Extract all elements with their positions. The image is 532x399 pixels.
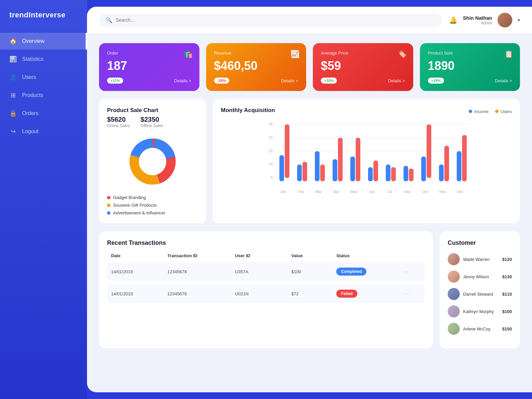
- svg-text:Jun: Jun: [369, 190, 375, 194]
- more-options-button[interactable]: ···: [404, 290, 421, 297]
- svg-text:Mar: Mar: [316, 190, 322, 194]
- customer-title: Customer: [448, 239, 512, 246]
- table-header: Date Transaction ID User ID Value Status: [107, 253, 425, 262]
- card-badge: -29%: [214, 78, 230, 84]
- svg-rect-26: [350, 157, 355, 181]
- row-transaction-id: 12345678: [167, 291, 235, 296]
- sidebar-item-orders[interactable]: 🔒 Orders: [0, 105, 87, 122]
- products-icon: ⊞: [9, 92, 17, 99]
- card-footer: +11% Details >: [107, 78, 191, 84]
- sidebar-item-logout[interactable]: ↪ Logout: [0, 123, 87, 140]
- svg-text:25: 25: [269, 122, 273, 126]
- svg-rect-24: [338, 138, 343, 181]
- stat-card-avg-price[interactable]: Average Price 🏷️ $59 +10% Details >: [313, 43, 413, 91]
- svg-text:5: 5: [271, 176, 273, 180]
- svg-rect-17: [297, 165, 302, 181]
- user-role: Admin: [463, 21, 492, 25]
- svg-rect-29: [368, 167, 373, 181]
- svg-rect-21: [320, 165, 325, 181]
- customer-name: Wade Warren: [463, 257, 499, 262]
- transactions-title: Recent Transactions: [107, 239, 425, 246]
- gadget-branding-label: Gadget Branding: [113, 195, 146, 200]
- online-sales-group: $5620 Online Sales: [107, 116, 130, 128]
- customer-avatar: [448, 288, 460, 300]
- logout-icon: ↪: [9, 128, 17, 135]
- customer-name: Arlene McCoy: [463, 326, 499, 331]
- customer-avatar: [448, 305, 460, 317]
- customer-row: Darrell Steward $110: [448, 288, 512, 300]
- app-logo: trendInterverse: [0, 11, 87, 33]
- online-sales-value: $5620: [107, 116, 130, 123]
- more-options-button[interactable]: ···: [404, 268, 421, 275]
- customer-avatar: [448, 253, 460, 265]
- monthly-acquisition-card: Monthly Acquisition Income Users: [213, 99, 520, 223]
- col-value: Value: [291, 253, 337, 258]
- svg-text:Dec: Dec: [457, 190, 464, 194]
- monthly-legend: Income Users: [469, 109, 512, 114]
- card-details[interactable]: Details >: [174, 78, 191, 83]
- sidebar-item-statistics[interactable]: 📊 Statistics: [0, 51, 87, 68]
- sidebar-nav: 🏠 Overview 📊 Statistics 👤 Users ⊞ Produc…: [0, 33, 87, 140]
- svg-rect-45: [462, 135, 467, 181]
- svg-rect-27: [356, 138, 360, 181]
- card-footer: +10% Details >: [321, 78, 405, 84]
- users-icon: 👤: [9, 74, 17, 81]
- user-name: Shin Nathan: [463, 15, 492, 21]
- souvenir-gift-label: Souvenir Gift Products: [113, 203, 157, 208]
- stat-card-revenue[interactable]: Revenue 📈 $460,50 -29% Details >: [206, 43, 306, 91]
- svg-rect-41: [439, 165, 444, 181]
- card-details[interactable]: Details >: [281, 78, 298, 83]
- customer-row: Arlene McCoy $150: [448, 323, 512, 335]
- card-value: 187: [107, 59, 191, 73]
- row-value: $72: [291, 291, 337, 296]
- legend-item: Gadget Branding: [107, 195, 198, 200]
- svg-rect-44: [457, 151, 461, 181]
- product-sold-icon: 📋: [504, 50, 513, 59]
- search-input[interactable]: [116, 17, 436, 23]
- header: 🔍 🔔 Shin Nathan Admin ▾: [87, 7, 532, 34]
- product-sale-chart-card: Product Sale Chart $5620 Online Sales $2…: [99, 99, 206, 223]
- chart-legend: Gadget Branding Souvenir Gift Products A…: [107, 195, 198, 215]
- sidebar-item-overview[interactable]: 🏠 Overview: [0, 33, 87, 49]
- svg-rect-20: [315, 151, 320, 181]
- notification-icon[interactable]: 🔔: [449, 16, 457, 24]
- statistics-icon: 📊: [9, 56, 17, 63]
- svg-rect-30: [373, 161, 378, 181]
- stat-card-product-sold[interactable]: Product Sold 📋 1890 +19% Details >: [420, 43, 520, 91]
- search-bar[interactable]: 🔍: [99, 14, 442, 27]
- chevron-down-icon[interactable]: ▾: [518, 17, 520, 23]
- bottom-row: Recent Transactions Date Transaction ID …: [99, 231, 520, 348]
- customer-amount: $100: [502, 309, 512, 314]
- income-label: Income: [474, 109, 489, 114]
- customer-avatar: [448, 271, 460, 283]
- customer-avatar: [448, 323, 460, 335]
- card-badge: +10%: [321, 78, 337, 84]
- col-status: Status: [336, 253, 404, 258]
- stat-cards: Order 🛍️ 187 +11% Details > Revenue 📈 $4…: [99, 43, 520, 91]
- svg-text:15: 15: [269, 149, 273, 153]
- col-actions: [404, 253, 421, 258]
- sidebar-item-products[interactable]: ⊞ Products: [0, 87, 87, 104]
- income-legend: Income: [469, 109, 489, 114]
- svg-rect-33: [391, 167, 396, 181]
- customer-amount: $120: [502, 257, 512, 262]
- card-details[interactable]: Details >: [495, 78, 512, 83]
- svg-text:Apr: Apr: [333, 190, 339, 194]
- stat-card-order[interactable]: Order 🛍️ 187 +11% Details >: [99, 43, 199, 91]
- header-right: 🔔 Shin Nathan Admin ▾: [449, 13, 520, 27]
- legend-item: Advertisement & Influencer: [107, 210, 198, 215]
- home-icon: 🏠: [9, 37, 17, 45]
- svg-rect-42: [444, 146, 449, 181]
- users-legend: Users: [495, 109, 512, 114]
- card-badge: +19%: [428, 78, 444, 84]
- card-details[interactable]: Details >: [388, 78, 405, 83]
- sidebar-item-users[interactable]: 👤 Users: [0, 69, 87, 86]
- avg-price-icon: 🏷️: [397, 50, 407, 59]
- customer-amount: $110: [502, 292, 512, 297]
- avatar[interactable]: [498, 13, 512, 27]
- sidebar-item-label: Orders: [22, 110, 38, 116]
- customer-name: Jenny Wilson: [463, 274, 499, 279]
- svg-point-3: [140, 149, 165, 174]
- card-footer: -29% Details >: [214, 78, 298, 84]
- online-sales-label: Online Sales: [107, 123, 130, 128]
